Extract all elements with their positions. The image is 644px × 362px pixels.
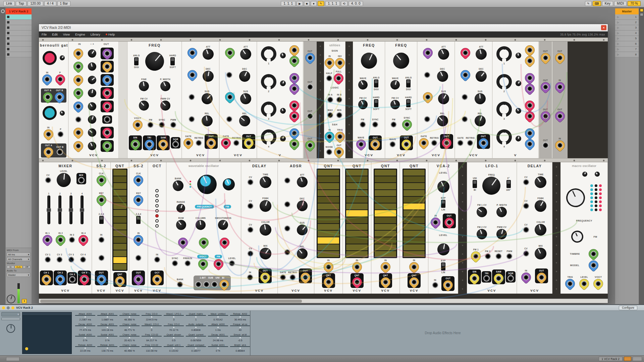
cable-end[interactable] <box>322 275 335 289</box>
jack-port[interactable] <box>159 122 165 128</box>
jack-port[interactable] <box>411 264 417 270</box>
jack-port[interactable] <box>483 275 490 282</box>
cable-end[interactable] <box>223 46 237 60</box>
knob-control[interactable] <box>473 69 489 84</box>
cable-end[interactable] <box>204 136 218 150</box>
knob-control[interactable] <box>194 171 220 197</box>
cable-end[interactable] <box>563 277 577 291</box>
plugin-parameter[interactable]: Attack_A0002.2367 ms <box>74 313 96 323</box>
jack-port[interactable] <box>291 86 297 92</box>
track-activator[interactable]: 1 <box>22 299 27 303</box>
knob-control[interactable] <box>515 79 522 87</box>
knob-control[interactable] <box>515 52 522 59</box>
knob-control[interactable] <box>258 198 273 214</box>
jack-port[interactable] <box>462 94 468 100</box>
knob-control[interactable] <box>534 223 548 237</box>
jack-port[interactable] <box>69 237 75 243</box>
knob-control[interactable] <box>474 93 486 105</box>
jack-port[interactable] <box>389 141 396 147</box>
cable-end[interactable] <box>539 109 552 123</box>
jack-port[interactable] <box>372 121 378 128</box>
scene-slot[interactable]: ▷5 <box>615 36 639 41</box>
scene-play-icon[interactable]: ▷ <box>617 48 619 51</box>
jack-port[interactable] <box>307 55 313 61</box>
cable-end[interactable] <box>519 270 533 284</box>
jack-port[interactable] <box>595 281 601 287</box>
io-select-all-channels[interactable]: All Channels▾ <box>7 257 31 261</box>
plugin-parameter[interactable]: Quant_shown0.5 <box>163 334 184 344</box>
cable-end[interactable] <box>131 193 145 207</box>
cable-end[interactable] <box>459 68 472 82</box>
cable-end[interactable] <box>185 46 199 60</box>
topbar-x[interactable]: ⌨ <box>593 1 601 6</box>
topbar-x[interactable]: ✎ <box>585 1 592 6</box>
knob-control[interactable] <box>515 135 522 142</box>
cable-end[interactable] <box>76 233 90 247</box>
cable-end[interactable] <box>535 270 548 284</box>
clip-stop-button[interactable] <box>7 53 9 56</box>
plugin-parameter[interactable]: Quant_current0.067859 <box>185 334 207 344</box>
scene-slot[interactable]: ▷2 <box>615 20 639 25</box>
jack-port[interactable] <box>201 240 207 245</box>
jack-port[interactable] <box>289 274 296 281</box>
knob-control[interactable] <box>389 99 401 111</box>
knob-control[interactable] <box>296 199 309 213</box>
cable-end[interactable] <box>429 216 442 229</box>
ring-knob[interactable] <box>261 102 276 117</box>
cable-end[interactable] <box>77 273 91 286</box>
jack-port[interactable] <box>390 121 397 128</box>
jack-port[interactable] <box>216 261 221 267</box>
knob-control[interactable] <box>389 79 401 90</box>
cable-end[interactable] <box>303 138 317 152</box>
plugin-parameter[interactable]: Wave1_CO-00 <box>141 323 162 334</box>
cable-end[interactable] <box>332 145 345 158</box>
cable-end[interactable] <box>54 233 67 247</box>
plugin-parameter[interactable]: Chann_noise46.771 % <box>119 323 140 334</box>
jack-port[interactable] <box>473 253 479 259</box>
knob-control[interactable] <box>56 172 71 188</box>
toggle-switch[interactable] <box>136 216 141 224</box>
knob-control[interactable] <box>201 47 215 61</box>
knob-control[interactable] <box>294 246 310 261</box>
jack-port[interactable] <box>211 281 218 288</box>
jack-port[interactable] <box>291 141 297 147</box>
clip-slot[interactable] <box>6 20 32 25</box>
jack-port[interactable] <box>75 143 81 149</box>
jack-port[interactable] <box>57 131 64 137</box>
jack-port[interactable] <box>227 94 233 100</box>
jack-port[interactable] <box>247 227 254 233</box>
jack-port[interactable] <box>444 140 449 146</box>
jack-port[interactable] <box>527 47 533 53</box>
cable-end[interactable] <box>41 233 54 247</box>
cable-end[interactable] <box>441 278 455 292</box>
jack-port[interactable] <box>227 50 233 56</box>
jack-port[interactable] <box>337 60 343 66</box>
jack-port[interactable] <box>326 149 332 155</box>
io-select-all-ins[interactable]: All Ins▾ <box>7 252 31 256</box>
topbar-4-0-0[interactable]: 4. 0. 0 <box>348 1 363 6</box>
jack-port[interactable] <box>336 75 341 81</box>
topbar-midi[interactable]: MIDI <box>614 1 627 6</box>
knob-control[interactable] <box>390 49 413 72</box>
scene-slot[interactable]: ▷1 <box>615 14 639 20</box>
cable-end[interactable] <box>459 46 472 60</box>
cable-end[interactable] <box>440 136 453 150</box>
jack-port[interactable] <box>45 256 51 263</box>
jack-port[interactable] <box>303 275 308 280</box>
cable-end[interactable] <box>242 136 256 150</box>
toggle-switch[interactable] <box>473 180 477 188</box>
plugin-parameter[interactable]: Releas_A00230.443 ms <box>229 313 251 323</box>
cable-end[interactable] <box>196 257 210 271</box>
cable-end[interactable] <box>539 51 552 64</box>
jack-port[interactable] <box>75 130 81 135</box>
toggle-switch[interactable] <box>406 99 411 107</box>
knob-control[interactable] <box>258 174 274 190</box>
jack-port[interactable] <box>291 130 297 136</box>
clip-stop-button[interactable] <box>7 37 9 40</box>
cable-end[interactable] <box>287 71 301 85</box>
browser-toggle-icon[interactable] <box>1 9 5 13</box>
topbar-x[interactable]: ▶ <box>297 1 303 6</box>
jack-port[interactable] <box>246 140 252 146</box>
jack-port[interactable] <box>104 143 110 149</box>
menu-library[interactable]: Library <box>91 33 100 36</box>
